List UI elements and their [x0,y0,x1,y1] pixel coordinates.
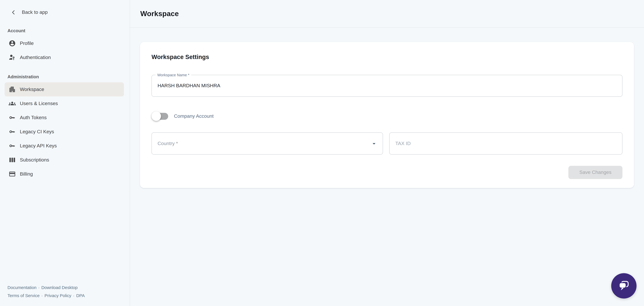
chevron-left-icon [10,9,17,16]
sidebar-item-label: Authentication [20,55,51,60]
account-circle-icon [8,40,16,47]
main-content: Workspace Workspace Settings Workspace N… [130,0,644,306]
page: Back to app Account Profile Authenticati… [0,0,644,306]
sidebar-item-label: Subscriptions [20,157,49,163]
settings-sidebar: Back to app Account Profile Authenticati… [0,0,130,306]
footer-link-terms-of-service[interactable]: Terms of Service [8,293,40,298]
workspace-name-input[interactable] [152,75,622,96]
country-tax-row: Country * [152,132,622,155]
footer-link-download-desktop[interactable]: Download Desktop [42,285,78,290]
columns-icon [8,156,16,164]
card-title: Workspace Settings [152,54,622,60]
footer-link-privacy-policy[interactable]: Privacy Policy [44,293,71,298]
sidebar-footer: Documentation·Download Desktop Terms of … [8,283,130,300]
building-icon [8,86,16,93]
save-changes-button[interactable]: Save Changes [568,166,622,179]
workspace-name-label: Workspace Name * [156,73,191,77]
sidebar-item-legacy-ci-keys[interactable]: Legacy CI Keys [4,125,124,139]
tax-id-input[interactable] [390,133,622,154]
sidebar-item-authentication[interactable]: Authentication [4,50,124,65]
key-icon [8,128,16,135]
sidebar-item-label: Workspace [20,86,44,92]
sidebar-item-label: Users & Licenses [20,101,58,106]
country-select[interactable]: Country * [152,132,383,155]
tax-id-field [389,132,622,155]
sidebar-item-workspace[interactable]: Workspace [4,82,124,96]
sidebar-item-label: Legacy API Keys [20,143,57,149]
sidebar-item-billing[interactable]: Billing [4,167,124,181]
main-body: Workspace Settings Workspace Name * Comp… [130,28,644,188]
back-to-app-label: Back to app [22,10,48,15]
sidebar-item-legacy-api-keys[interactable]: Legacy API Keys [4,139,124,153]
sidebar-item-label: Auth Tokens [20,115,47,120]
toggle-thumb [152,111,161,121]
credit-card-icon [8,171,16,178]
sidebar-item-label: Legacy CI Keys [20,129,54,134]
workspace-settings-card: Workspace Settings Workspace Name * Comp… [140,42,634,188]
dropdown-arrow-icon [370,140,378,147]
workspace-name-field: Workspace Name * [152,75,622,97]
sidebar-item-profile[interactable]: Profile [4,36,124,50]
back-to-app-link[interactable]: Back to app [10,9,124,16]
sidebar-item-label: Billing [20,171,33,177]
sidebar-item-users-licenses[interactable]: Users & Licenses [4,96,124,110]
section-title-administration: Administration [8,74,130,79]
company-account-toggle[interactable] [152,111,169,121]
app-window: Back to app Account Profile Authenticati… [0,0,644,306]
company-account-label: Company Account [174,113,214,119]
sidebar-item-subscriptions[interactable]: Subscriptions [4,153,124,167]
key-icon [8,114,16,121]
footer-separator: · [71,293,76,298]
company-account-row: Company Account [152,111,622,121]
sidebar-item-label: Profile [20,41,34,46]
sidebar-spacer [0,181,130,283]
key-icon [8,142,16,149]
footer-row-2: Terms of Service·Privacy Policy·DPA [8,292,130,300]
footer-link-documentation[interactable]: Documentation [8,285,36,290]
card-actions: Save Changes [152,166,622,179]
person-key-icon [8,54,16,61]
footer-row-1: Documentation·Download Desktop [8,283,130,292]
chat-launcher-button[interactable] [611,273,636,298]
country-label: Country * [152,141,178,146]
page-header: Workspace [130,0,644,28]
sidebar-item-auth-tokens[interactable]: Auth Tokens [4,110,124,125]
footer-separator: · [36,285,42,290]
footer-link-dpa[interactable]: DPA [76,293,85,298]
footer-separator: · [40,293,44,298]
chat-bubbles-icon [617,279,630,292]
section-title-account: Account [8,28,130,33]
page-title: Workspace [140,10,179,18]
groups-icon [8,100,16,107]
